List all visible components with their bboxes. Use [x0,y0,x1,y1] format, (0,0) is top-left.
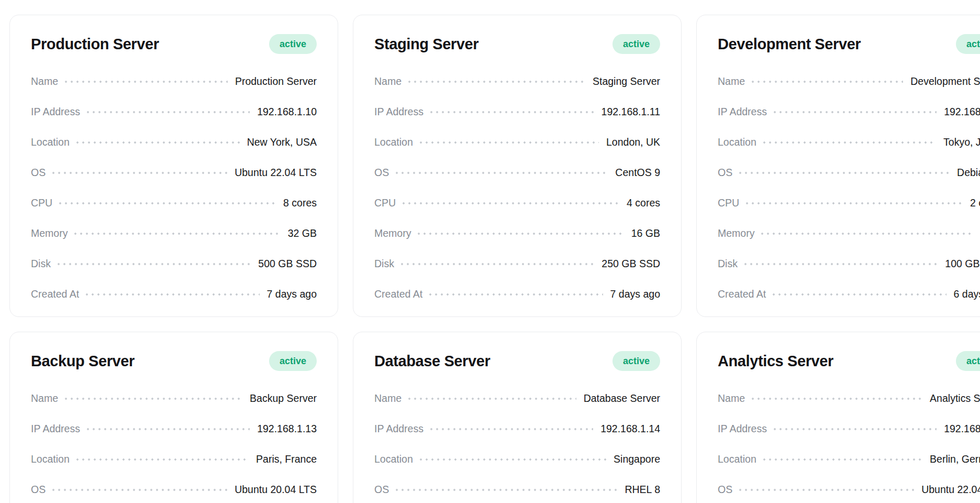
server-card[interactable]: Development Server active Name Developme… [696,15,980,317]
detail-label: Location [374,453,413,465]
server-detail-row: CPU 8 cores [31,196,317,209]
dotted-leader [76,458,249,461]
dotted-leader [87,111,250,113]
server-detail-row: Memory 8 GB [718,227,980,239]
detail-label: Name [374,75,402,88]
server-detail-row: OS CentOS 9 [374,166,660,179]
server-card[interactable]: Database Server active Name Database Ser… [353,332,682,503]
dotted-leader [403,202,619,204]
detail-label: Name [718,392,745,404]
dotted-leader [74,233,280,235]
status-badge: active [956,351,980,371]
detail-label: CPU [718,197,739,209]
server-detail-row: OS Ubuntu 22.04 LTS [31,166,317,179]
server-card[interactable]: Staging Server active Name Staging Serve… [353,15,682,317]
server-detail-row: CPU 2 cores [718,196,980,209]
server-detail-row: IP Address 192.168.1.11 [374,105,660,118]
dotted-leader [52,172,227,174]
server-card[interactable]: Analytics Server active Name Analytics S… [696,332,980,503]
dotted-leader [430,428,593,430]
detail-label: Created At [718,288,766,300]
server-detail-row: CPU 4 cores [374,196,660,209]
dotted-leader [396,489,617,491]
server-detail-row: OS Debian 12 [718,166,980,179]
server-detail-row: Created At 7 days ago [374,288,660,300]
dotted-leader [59,202,276,204]
dotted-leader [774,111,937,113]
dotted-leader [58,263,251,265]
status-badge: active [612,34,660,54]
dotted-leader [401,263,594,265]
detail-label: IP Address [374,423,424,435]
detail-value: Berlin, Germany [930,453,980,465]
detail-value: 500 GB SSD [258,258,317,270]
dotted-leader [773,293,946,296]
detail-value: 16 GB [631,227,660,239]
server-card-header: Database Server active [374,351,660,371]
detail-label: Location [718,136,756,148]
status-badge: active [612,351,660,371]
server-detail-row: Disk 250 GB SSD [374,257,660,270]
detail-value: Paris, France [256,453,317,465]
server-detail-list: Name Production Server IP Address 192.16… [31,75,317,300]
dotted-leader [774,428,937,430]
server-cards-grid: Production Server active Name Production… [9,15,980,503]
status-badge: active [956,34,980,54]
server-card[interactable]: Backup Server active Name Backup Server … [9,332,338,503]
server-detail-row: IP Address 192.168.1.10 [31,105,317,118]
server-detail-row: Location Singapore [374,453,660,465]
dotted-leader [420,458,606,461]
dotted-leader [746,202,963,204]
server-card-title: Staging Server [374,36,478,53]
server-detail-row: Name Database Server [374,392,660,404]
server-card-title: Development Server [718,36,861,53]
dotted-leader [408,81,585,83]
detail-value: 7 days ago [610,288,660,300]
detail-value: New York, USA [247,136,317,148]
detail-value: RHEL 8 [625,484,660,496]
detail-value: 32 GB [288,227,317,239]
dotted-leader [763,141,936,144]
detail-label: CPU [31,197,52,209]
dotted-leader [396,172,608,174]
dotted-leader [430,111,594,113]
server-detail-list: Name Backup Server IP Address 192.168.1.… [31,392,317,496]
server-card[interactable]: Production Server active Name Production… [9,15,338,317]
detail-label: Disk [31,258,51,270]
server-detail-row: Created At 6 days ago [718,288,980,300]
detail-label: IP Address [718,106,767,118]
detail-value: 100 GB SSD [945,258,980,270]
detail-value: Production Server [235,75,317,88]
server-detail-row: Created At 7 days ago [31,288,317,300]
dotted-leader [418,233,623,235]
server-detail-list: Name Development Server IP Address 192.1… [718,75,980,300]
detail-value: Ubuntu 22.04 LTS [235,167,317,179]
detail-label: Memory [31,227,68,239]
server-card-header: Staging Server active [374,34,660,54]
detail-value: London, UK [606,136,660,148]
server-card-header: Backup Server active [31,351,317,371]
detail-label: IP Address [374,106,424,118]
detail-label: Memory [718,227,754,239]
server-detail-row: IP Address 192.168.1.15 [718,422,980,435]
detail-label: Disk [374,258,394,270]
server-card-header: Development Server active [718,34,980,54]
detail-value: 192.168.1.13 [257,423,317,435]
server-detail-row: Name Backup Server [31,392,317,404]
detail-label: Name [718,75,745,88]
dotted-leader [739,489,914,491]
dotted-leader [65,81,228,83]
detail-value: Staging Server [593,75,660,88]
server-detail-row: Name Analytics Server [718,392,980,404]
server-detail-row: Location Tokyo, Japan [718,136,980,148]
dotted-leader [752,81,903,83]
detail-value: 192.168.1.15 [944,423,980,435]
detail-value: 192.168.1.11 [602,106,660,118]
detail-label: Disk [718,258,738,270]
server-detail-row: Name Production Server [31,75,317,88]
detail-label: Name [31,75,58,88]
detail-value: 8 cores [283,197,317,209]
detail-value: 192.168.1.14 [600,423,660,435]
dotted-leader [752,398,922,400]
dotted-leader [420,141,599,144]
